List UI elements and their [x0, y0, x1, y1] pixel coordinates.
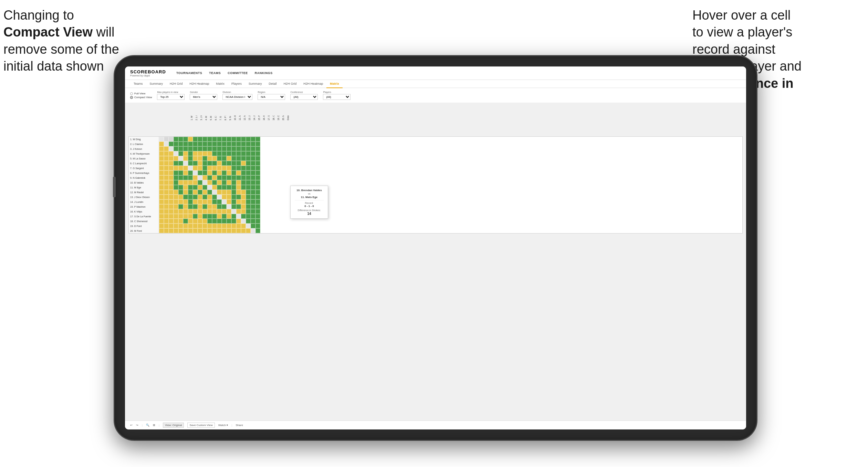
grid-cell[interactable] — [178, 195, 183, 199]
grid-cell[interactable] — [255, 146, 260, 151]
grid-cell[interactable] — [236, 175, 241, 180]
grid-cell[interactable] — [217, 142, 222, 146]
grid-cell[interactable] — [227, 161, 231, 166]
grid-cell[interactable] — [227, 214, 231, 219]
grid-cell[interactable] — [159, 199, 164, 204]
grid-cell[interactable] — [217, 199, 222, 204]
grid-cell[interactable] — [198, 180, 202, 185]
grid-cell[interactable] — [207, 190, 212, 195]
tab-players[interactable]: Players — [228, 80, 245, 88]
grid-cell[interactable] — [241, 228, 246, 233]
grid-cell[interactable] — [183, 151, 188, 156]
grid-cell[interactable] — [198, 137, 202, 142]
grid-cell[interactable] — [202, 151, 207, 156]
grid-cell[interactable] — [193, 199, 198, 204]
grid-cell[interactable] — [231, 175, 236, 180]
grid-cell[interactable] — [251, 224, 255, 228]
grid-cell[interactable] — [193, 180, 198, 185]
grid-cell[interactable] — [188, 190, 193, 195]
grid-cell[interactable] — [217, 170, 222, 175]
grid-cell[interactable] — [188, 151, 193, 156]
grid-cell[interactable] — [231, 180, 236, 185]
grid-cell[interactable] — [198, 156, 202, 161]
grid-cell[interactable] — [222, 224, 227, 228]
grid-cell[interactable] — [227, 185, 231, 190]
grid-cell[interactable] — [198, 161, 202, 166]
grid-cell[interactable] — [188, 175, 193, 180]
grid-cell[interactable] — [183, 195, 188, 199]
grid-cell[interactable] — [183, 190, 188, 195]
grid-cell[interactable] — [198, 204, 202, 209]
grid-cell[interactable] — [164, 175, 169, 180]
grid-cell[interactable] — [183, 166, 188, 170]
grid-cell[interactable] — [222, 166, 227, 170]
grid-cell[interactable] — [212, 175, 217, 180]
grid-cell[interactable] — [212, 209, 217, 214]
grid-cell[interactable] — [164, 142, 169, 146]
grid-cell[interactable] — [212, 180, 217, 185]
tab-h2h-grid[interactable]: H2H Grid — [166, 80, 186, 88]
grid-cell[interactable] — [217, 185, 222, 190]
grid-cell[interactable] — [212, 161, 217, 166]
grid-cell[interactable] — [164, 146, 169, 151]
grid-cell[interactable] — [241, 175, 246, 180]
grid-cell[interactable] — [193, 219, 198, 224]
grid-cell[interactable] — [207, 146, 212, 151]
grid-cell[interactable] — [159, 151, 164, 156]
grid-cell[interactable] — [246, 219, 251, 224]
grid-cell[interactable] — [188, 170, 193, 175]
grid-cell[interactable] — [198, 214, 202, 219]
grid-cell[interactable] — [231, 156, 236, 161]
grid-cell[interactable] — [217, 214, 222, 219]
grid-cell[interactable] — [178, 190, 183, 195]
grid-cell[interactable] — [241, 151, 246, 156]
grid-cell[interactable] — [246, 185, 251, 190]
grid-cell[interactable] — [159, 175, 164, 180]
grid-cell[interactable] — [212, 224, 217, 228]
grid-cell[interactable] — [251, 180, 255, 185]
grid-cell[interactable] — [193, 142, 198, 146]
grid-cell[interactable] — [236, 151, 241, 156]
grid-cell[interactable] — [227, 199, 231, 204]
conference-select[interactable]: (All) — [290, 94, 318, 100]
grid-cell[interactable] — [178, 219, 183, 224]
grid-cell[interactable] — [212, 166, 217, 170]
grid-cell[interactable] — [198, 146, 202, 151]
grid-cell[interactable] — [207, 161, 212, 166]
grid-cell[interactable] — [212, 185, 217, 190]
grid-cell[interactable] — [188, 199, 193, 204]
grid-cell[interactable] — [193, 204, 198, 209]
grid-cell[interactable] — [222, 161, 227, 166]
grid-cell[interactable] — [174, 195, 178, 199]
grid-cell[interactable] — [227, 190, 231, 195]
grid-cell[interactable] — [169, 175, 174, 180]
grid-cell[interactable] — [164, 199, 169, 204]
grid-cell[interactable] — [207, 170, 212, 175]
grid-cell[interactable] — [202, 137, 207, 142]
grid-cell[interactable] — [227, 228, 231, 233]
grid-cell[interactable] — [178, 156, 183, 161]
grid-cell[interactable] — [164, 151, 169, 156]
grid-cell[interactable] — [222, 214, 227, 219]
players-select[interactable]: (All) — [323, 94, 351, 100]
grid-cell[interactable] — [255, 142, 260, 146]
grid-cell[interactable] — [207, 219, 212, 224]
grid-cell[interactable] — [241, 142, 246, 146]
grid-cell[interactable] — [198, 199, 202, 204]
grid-cell[interactable] — [231, 142, 236, 146]
grid-cell[interactable] — [227, 142, 231, 146]
tab-matrix1[interactable]: Matrix — [213, 80, 228, 88]
grid-cell[interactable] — [169, 170, 174, 175]
grid-cell[interactable] — [193, 151, 198, 156]
grid-cell[interactable] — [236, 219, 241, 224]
grid-cell[interactable] — [236, 166, 241, 170]
grid-cell[interactable] — [246, 224, 251, 228]
grid-cell[interactable] — [188, 142, 193, 146]
grid-cell[interactable] — [174, 190, 178, 195]
grid-cell[interactable] — [169, 161, 174, 166]
grid-cell[interactable] — [217, 137, 222, 142]
grid-cell[interactable] — [255, 219, 260, 224]
grid-cell[interactable] — [202, 190, 207, 195]
grid-cell[interactable] — [188, 161, 193, 166]
grid-cell[interactable] — [222, 151, 227, 156]
